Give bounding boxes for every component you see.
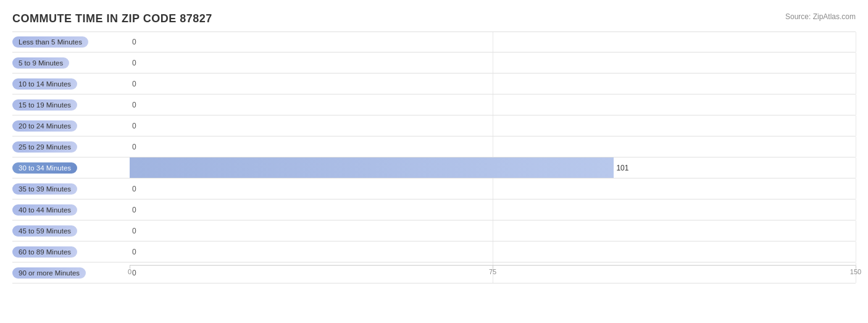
bar-value: 0 [132, 59, 136, 67]
bar-row: 30 to 34 Minutes101 [12, 157, 856, 178]
bar-track: 0 [130, 73, 856, 94]
bar-row: Less than 5 Minutes0 [12, 31, 856, 52]
label-pill: 20 to 24 Minutes [12, 120, 77, 132]
label-pill: 40 to 44 Minutes [12, 204, 77, 216]
bar-track: 0 [130, 115, 856, 136]
label-pill: 15 to 19 Minutes [12, 99, 77, 111]
bar-value: 0 [132, 206, 136, 214]
bar-row: 35 to 39 Minutes0 [12, 178, 856, 199]
x-axis: 075150 [130, 265, 856, 280]
label-pill: 30 to 34 Minutes [12, 162, 77, 174]
bar-row: 10 to 14 Minutes0 [12, 73, 856, 94]
label-pill: Less than 5 Minutes [12, 36, 88, 48]
bar-row: 40 to 44 Minutes0 [12, 199, 856, 220]
bar-row: 20 to 24 Minutes0 [12, 115, 856, 136]
bar-label: 25 to 29 Minutes [12, 141, 130, 153]
bar-track: 0 [130, 94, 856, 115]
bar-row: 45 to 59 Minutes0 [12, 220, 856, 241]
bar-label: 10 to 14 Minutes [12, 78, 130, 90]
bar-chart: Less than 5 Minutes05 to 9 Minutes010 to… [12, 31, 856, 265]
bar-label: 15 to 19 Minutes [12, 99, 130, 111]
x-axis-tick-label: 150 [850, 268, 861, 275]
bar-track: 101 [130, 157, 856, 178]
bar-fill [130, 157, 614, 178]
bar-label: Less than 5 Minutes [12, 36, 130, 48]
bar-row: 15 to 19 Minutes0 [12, 94, 856, 115]
bar-value: 0 [132, 80, 136, 88]
bar-label: 30 to 34 Minutes [12, 162, 130, 174]
label-pill: 60 to 89 Minutes [12, 246, 77, 258]
bar-value: 0 [132, 101, 136, 109]
chart-title: COMMUTE TIME IN ZIP CODE 87827 [12, 12, 856, 25]
label-pill: 45 to 59 Minutes [12, 225, 77, 237]
source-text: Source: ZipAtlas.com [785, 12, 856, 21]
x-axis-tick-label: 75 [489, 268, 496, 275]
label-pill: 25 to 29 Minutes [12, 141, 77, 153]
chart-area: Less than 5 Minutes05 to 9 Minutes010 to… [12, 31, 856, 280]
bar-row: 5 to 9 Minutes0 [12, 52, 856, 73]
label-pill: 10 to 14 Minutes [12, 78, 77, 90]
bar-track: 0 [130, 199, 856, 220]
bar-label: 5 to 9 Minutes [12, 57, 130, 69]
bar-track: 0 [130, 52, 856, 73]
bar-row: 25 to 29 Minutes0 [12, 136, 856, 157]
bar-label: 45 to 59 Minutes [12, 225, 130, 237]
bar-label: 20 to 24 Minutes [12, 120, 130, 132]
bar-value: 0 [132, 248, 136, 256]
bar-value: 0 [132, 38, 136, 46]
bar-track: 0 [130, 178, 856, 199]
bar-value: 0 [132, 122, 136, 130]
x-axis-tick-label: 0 [128, 268, 131, 275]
bar-label: 90 or more Minutes [12, 267, 130, 279]
bar-track: 0 [130, 220, 856, 241]
bar-track: 0 [130, 32, 856, 52]
bar-track: 0 [130, 241, 856, 262]
bar-value: 101 [616, 164, 628, 172]
bar-value: 0 [132, 185, 136, 193]
bar-label: 60 to 89 Minutes [12, 246, 130, 258]
label-pill: 35 to 39 Minutes [12, 183, 77, 195]
bar-label: 40 to 44 Minutes [12, 204, 130, 216]
bar-value: 0 [132, 227, 136, 235]
bar-value: 0 [132, 143, 136, 151]
bar-label: 35 to 39 Minutes [12, 183, 130, 195]
label-pill: 90 or more Minutes [12, 267, 86, 279]
chart-container: COMMUTE TIME IN ZIP CODE 87827 Source: Z… [0, 0, 868, 323]
bar-track: 0 [130, 136, 856, 157]
label-pill: 5 to 9 Minutes [12, 57, 69, 69]
bar-row: 60 to 89 Minutes0 [12, 241, 856, 262]
